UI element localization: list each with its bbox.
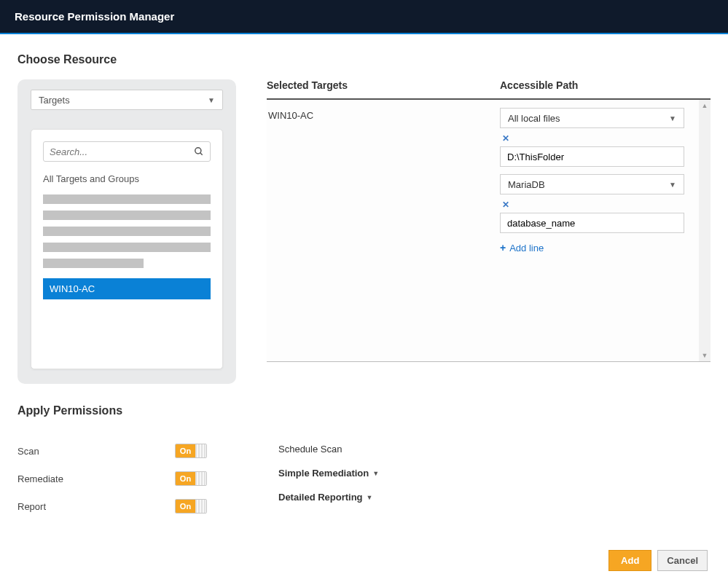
add-button[interactable]: Add [608, 550, 651, 571]
permissions-details: Schedule Scan Simple Remediation ▼ Detai… [278, 430, 379, 527]
col-header-path: Accessible Path [500, 79, 711, 91]
search-icon [194, 146, 204, 157]
svg-point-0 [195, 148, 201, 154]
targets-table-row: WIN10-AC All local files ▼ ✕ MariaDB ▼ ✕ [267, 100, 711, 362]
remediation-dropdown[interactable]: Simple Remediation ▼ [278, 468, 379, 479]
caret-down-icon: ▼ [367, 494, 373, 501]
reporting-label: Detailed Reporting [278, 492, 363, 503]
list-item[interactable] [43, 194, 211, 204]
scrollbar[interactable]: ▲ ▼ [699, 100, 711, 361]
list-item[interactable] [43, 227, 211, 236]
search-input-wrapper[interactable] [43, 141, 211, 162]
toggle-handle-icon [195, 472, 206, 485]
list-item[interactable] [43, 211, 211, 220]
targets-table-header: Selected Targets Accessible Path [267, 79, 711, 100]
selected-targets-panel: Selected Targets Accessible Path WIN10-A… [267, 79, 711, 362]
targets-dropdown-label: Targets [39, 95, 70, 106]
toggle-on-label: On [176, 444, 195, 457]
window-header: Resource Permission Manager [0, 0, 728, 34]
path-type-value: MariaDB [508, 179, 545, 190]
permissions-toggles: Scan On Remediate On Report [17, 430, 207, 527]
col-header-targets: Selected Targets [267, 79, 500, 91]
scroll-up-icon: ▲ [702, 102, 708, 109]
targets-dropdown[interactable]: Targets ▼ [31, 90, 223, 110]
caret-down-icon: ▼ [372, 470, 379, 477]
toggle-handle-icon [195, 500, 206, 513]
remediation-label: Simple Remediation [278, 468, 369, 479]
add-line-button[interactable]: + Add line [500, 242, 684, 253]
add-line-label: Add line [509, 243, 544, 253]
perm-row-remediate: Remediate On [17, 471, 207, 486]
path-type-dropdown[interactable]: MariaDB ▼ [500, 174, 684, 194]
remove-path-icon[interactable]: ✕ [502, 133, 509, 143]
perm-scan-label: Scan [17, 446, 39, 457]
plus-icon: + [500, 242, 506, 253]
path-type-dropdown[interactable]: All local files ▼ [500, 108, 684, 128]
toggle-on-label: On [176, 472, 195, 485]
perm-row-scan: Scan On [17, 444, 207, 458]
perm-report-label: Report [17, 501, 46, 512]
list-item-selected[interactable]: WIN10-AC [43, 278, 211, 299]
path-input[interactable] [500, 146, 684, 167]
toggle-report[interactable]: On [175, 499, 207, 514]
caret-down-icon: ▼ [669, 181, 676, 189]
target-name: WIN10-AC [268, 110, 313, 121]
svg-line-1 [200, 153, 203, 155]
caret-down-icon: ▼ [208, 96, 215, 104]
perm-row-report: Report On [17, 499, 207, 514]
choose-resource-title: Choose Resource [17, 53, 711, 66]
toggle-scan[interactable]: On [175, 444, 207, 458]
targets-list-card: All Targets and Groups WIN10-AC [31, 129, 223, 369]
scroll-down-icon: ▼ [702, 352, 708, 359]
list-item[interactable] [43, 243, 211, 252]
search-input[interactable] [50, 146, 194, 157]
list-item[interactable] [43, 259, 144, 268]
app-title: Resource Permission Manager [15, 10, 174, 23]
schedule-scan-text: Schedule Scan [278, 444, 379, 455]
toggle-on-label: On [176, 500, 195, 513]
toggle-handle-icon [195, 444, 206, 457]
apply-permissions-title: Apply Permissions [17, 404, 711, 417]
list-heading: All Targets and Groups [43, 173, 211, 184]
accessible-path-cell: All local files ▼ ✕ MariaDB ▼ ✕ + Add li… [500, 100, 711, 361]
path-input[interactable] [500, 213, 684, 233]
cancel-button[interactable]: Cancel [657, 550, 708, 571]
toggle-remediate[interactable]: On [175, 471, 207, 486]
perm-remediate-label: Remediate [17, 473, 63, 484]
footer-buttons: Add Cancel [17, 550, 711, 571]
remove-path-icon[interactable]: ✕ [502, 200, 509, 210]
target-name-cell: WIN10-AC [267, 100, 500, 361]
path-type-value: All local files [508, 113, 560, 124]
reporting-dropdown[interactable]: Detailed Reporting ▼ [278, 492, 379, 503]
caret-down-icon: ▼ [669, 114, 676, 122]
schedule-scan-label: Schedule Scan [278, 444, 342, 455]
resource-selector-panel: Targets ▼ All Targets and Groups [17, 79, 236, 384]
